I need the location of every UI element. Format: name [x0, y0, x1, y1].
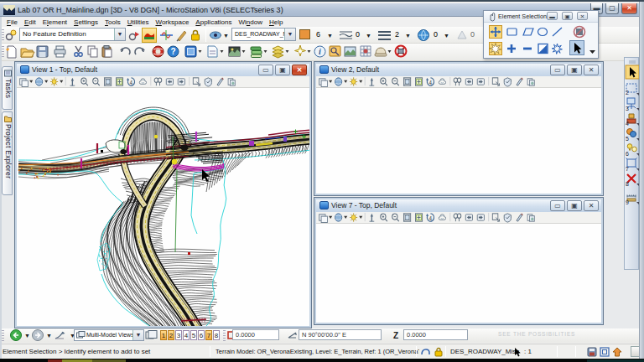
svg-text:4: 4	[626, 121, 629, 127]
svg-text:2: 2	[626, 90, 629, 96]
svg-text:9: 9	[626, 199, 629, 205]
svg-text:6: 6	[626, 151, 629, 157]
svg-text:5: 5	[626, 136, 629, 142]
svg-text:4: 4	[130, 79, 133, 85]
svg-text:3: 3	[626, 106, 629, 111]
svg-text:8: 8	[626, 181, 629, 187]
svg-text:4: 4	[429, 79, 433, 85]
svg-text:i: i	[319, 47, 321, 56]
svg-text:7: 7	[626, 166, 629, 172]
svg-text:?: ?	[170, 47, 175, 56]
svg-text:4: 4	[429, 215, 433, 220]
